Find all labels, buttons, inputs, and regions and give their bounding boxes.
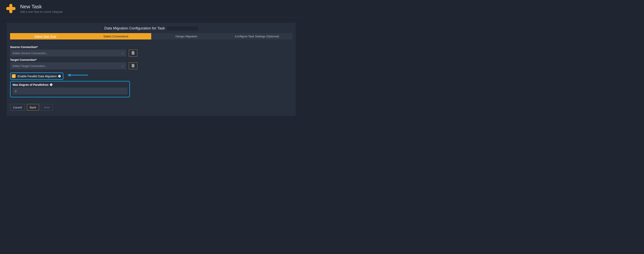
page-header: New Task Add a new Task to Loome Integra…: [0, 4, 302, 14]
target-connection-new-button[interactable]: [129, 62, 137, 69]
source-connection-label: Source Connection*: [10, 45, 292, 49]
info-icon[interactable]: [58, 75, 61, 78]
annotation-arrow-icon: [67, 73, 88, 78]
cancel-button[interactable]: Cancel: [10, 104, 25, 111]
next-button[interactable]: Next: [41, 104, 53, 111]
source-connection-select[interactable]: Select Source Connection...: [10, 50, 126, 57]
file-icon: [131, 64, 135, 68]
svg-rect-4: [59, 75, 60, 76]
svg-rect-9: [51, 84, 52, 84]
max-dop-input[interactable]: [12, 88, 128, 95]
target-connection-placeholder: Select Target Connection...: [12, 64, 47, 68]
target-connection-select[interactable]: Select Target Connection...: [10, 62, 126, 69]
chevron-down-icon: [122, 65, 124, 67]
chevron-down-icon: [122, 52, 124, 54]
back-button[interactable]: Back: [27, 104, 39, 111]
enable-parallel-highlight: Enable Parallel Data Migration: [10, 72, 64, 80]
task-name-redacted: [167, 27, 198, 30]
step-select-connections[interactable]: Select Connections: [81, 33, 151, 40]
step-design-migration[interactable]: Design Migration: [151, 33, 222, 40]
file-icon: [131, 51, 135, 55]
enable-parallel-checkbox[interactable]: [12, 74, 16, 78]
source-connection-new-button[interactable]: [129, 50, 137, 57]
panel-title-text: Data Migration Configuration for Task: [104, 26, 165, 30]
info-icon[interactable]: [50, 83, 52, 86]
step-select-task-type[interactable]: Select Task Type: [10, 33, 81, 40]
svg-rect-3: [59, 76, 60, 77]
config-panel: Data Migration Configuration for Task Se…: [6, 23, 296, 116]
wizard-footer: Cancel Back Next: [10, 104, 292, 111]
plus-icon: [6, 4, 16, 14]
page-title: New Task: [20, 4, 63, 10]
max-dop-label: Max Degree of Parallelism: [12, 83, 48, 86]
source-connection-placeholder: Select Source Connection...: [12, 52, 48, 55]
target-connection-label: Target Connection*: [10, 58, 292, 61]
svg-rect-8: [51, 84, 52, 85]
step-configure-task-settings[interactable]: Configure Task Settings (Optional): [222, 33, 292, 40]
enable-parallel-label: Enable Parallel Data Migration: [18, 75, 57, 78]
header-divider: [0, 18, 302, 18]
max-dop-highlight: Max Degree of Parallelism: [10, 81, 130, 97]
wizard-stepper: Select Task Type Select Connections Desi…: [10, 33, 292, 40]
page-subtitle: Add a new Task to Loome Integrate: [20, 10, 63, 13]
svg-marker-6: [67, 74, 70, 77]
panel-title: Data Migration Configuration for Task: [10, 26, 292, 30]
svg-rect-1: [6, 7, 16, 10]
